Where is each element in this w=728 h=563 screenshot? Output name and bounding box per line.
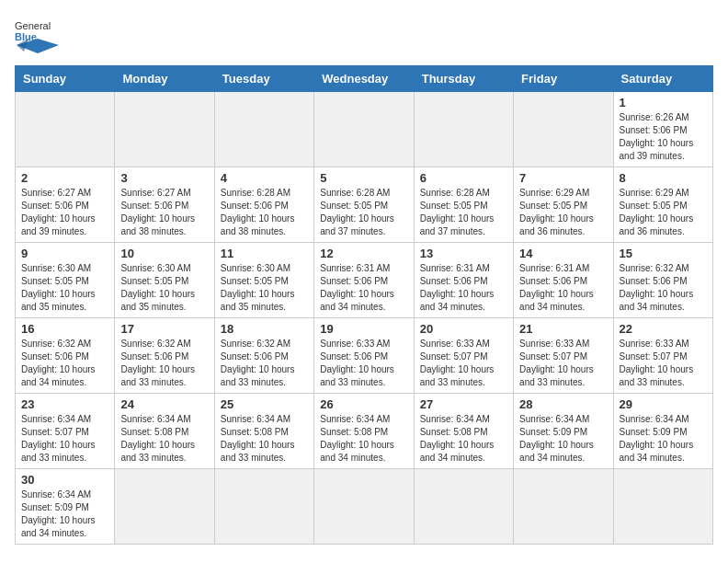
day-info: Sunrise: 6:27 AM Sunset: 5:06 PM Dayligh… bbox=[120, 187, 208, 238]
day-of-week-header: Sunday bbox=[16, 66, 115, 92]
day-info: Sunrise: 6:33 AM Sunset: 5:07 PM Dayligh… bbox=[519, 338, 607, 389]
calendar-cell bbox=[115, 469, 214, 545]
calendar-cell bbox=[514, 92, 613, 167]
day-info: Sunrise: 6:30 AM Sunset: 5:05 PM Dayligh… bbox=[221, 262, 308, 314]
day-number: 16 bbox=[21, 322, 108, 336]
calendar-cell: 18Sunrise: 6:32 AM Sunset: 5:06 PM Dayli… bbox=[214, 318, 313, 394]
day-number: 1 bbox=[620, 96, 707, 109]
day-info: Sunrise: 6:32 AM Sunset: 5:06 PM Dayligh… bbox=[120, 338, 208, 389]
calendar-cell: 4Sunrise: 6:28 AM Sunset: 5:06 PM Daylig… bbox=[214, 167, 313, 243]
calendar-week-row: 9Sunrise: 6:30 AM Sunset: 5:05 PM Daylig… bbox=[16, 243, 713, 318]
day-number: 30 bbox=[21, 473, 108, 487]
day-info: Sunrise: 6:33 AM Sunset: 5:07 PM Dayligh… bbox=[420, 338, 507, 389]
day-info: Sunrise: 6:34 AM Sunset: 5:09 PM Dayligh… bbox=[519, 413, 607, 465]
day-of-week-header: Monday bbox=[115, 66, 214, 92]
day-number: 6 bbox=[420, 171, 507, 185]
calendar-cell: 21Sunrise: 6:33 AM Sunset: 5:07 PM Dayli… bbox=[514, 318, 613, 394]
calendar-cell: 11Sunrise: 6:30 AM Sunset: 5:05 PM Dayli… bbox=[214, 243, 313, 318]
calendar-cell: 3Sunrise: 6:27 AM Sunset: 5:06 PM Daylig… bbox=[115, 167, 214, 243]
day-number: 9 bbox=[21, 247, 108, 260]
calendar-cell: 9Sunrise: 6:30 AM Sunset: 5:05 PM Daylig… bbox=[16, 243, 115, 318]
calendar-cell bbox=[16, 92, 115, 167]
day-of-week-header: Thursday bbox=[414, 66, 513, 92]
calendar-cell: 23Sunrise: 6:34 AM Sunset: 5:07 PM Dayli… bbox=[16, 394, 115, 469]
day-of-week-header: Saturday bbox=[613, 66, 712, 92]
day-info: Sunrise: 6:33 AM Sunset: 5:06 PM Dayligh… bbox=[320, 338, 407, 389]
day-info: Sunrise: 6:34 AM Sunset: 5:09 PM Dayligh… bbox=[21, 488, 108, 540]
calendar-week-row: 2Sunrise: 6:27 AM Sunset: 5:06 PM Daylig… bbox=[16, 167, 713, 243]
calendar-cell: 15Sunrise: 6:32 AM Sunset: 5:06 PM Dayli… bbox=[613, 243, 712, 318]
day-info: Sunrise: 6:32 AM Sunset: 5:06 PM Dayligh… bbox=[620, 262, 707, 314]
day-info: Sunrise: 6:34 AM Sunset: 5:09 PM Dayligh… bbox=[620, 413, 707, 465]
day-of-week-header: Tuesday bbox=[214, 66, 313, 92]
calendar-cell: 12Sunrise: 6:31 AM Sunset: 5:06 PM Dayli… bbox=[314, 243, 414, 318]
day-number: 7 bbox=[519, 171, 607, 185]
calendar-table: SundayMondayTuesdayWednesdayThursdayFrid… bbox=[15, 65, 713, 545]
calendar-cell: 30Sunrise: 6:34 AM Sunset: 5:09 PM Dayli… bbox=[16, 469, 115, 545]
day-info: Sunrise: 6:29 AM Sunset: 5:05 PM Dayligh… bbox=[519, 187, 607, 238]
svg-text:General: General bbox=[15, 20, 51, 31]
general-blue-logo-icon: General Blue bbox=[15, 15, 61, 56]
day-number: 18 bbox=[221, 322, 308, 336]
day-number: 12 bbox=[320, 247, 407, 260]
day-number: 29 bbox=[620, 397, 707, 411]
calendar-cell: 29Sunrise: 6:34 AM Sunset: 5:09 PM Dayli… bbox=[613, 394, 712, 469]
day-info: Sunrise: 6:34 AM Sunset: 5:08 PM Dayligh… bbox=[420, 413, 507, 465]
calendar-cell: 19Sunrise: 6:33 AM Sunset: 5:06 PM Dayli… bbox=[314, 318, 414, 394]
calendar-cell bbox=[214, 469, 313, 545]
day-number: 22 bbox=[620, 322, 707, 336]
day-info: Sunrise: 6:34 AM Sunset: 5:08 PM Dayligh… bbox=[221, 413, 308, 465]
day-info: Sunrise: 6:26 AM Sunset: 5:06 PM Dayligh… bbox=[620, 111, 707, 163]
calendar-cell: 27Sunrise: 6:34 AM Sunset: 5:08 PM Dayli… bbox=[414, 394, 513, 469]
day-info: Sunrise: 6:27 AM Sunset: 5:06 PM Dayligh… bbox=[21, 187, 108, 238]
day-of-week-header: Wednesday bbox=[314, 66, 414, 92]
calendar-cell bbox=[314, 469, 414, 545]
day-info: Sunrise: 6:29 AM Sunset: 5:05 PM Dayligh… bbox=[620, 187, 707, 238]
header: General Blue bbox=[15, 15, 713, 56]
calendar-cell bbox=[613, 469, 712, 545]
logo: General Blue bbox=[15, 15, 61, 56]
day-info: Sunrise: 6:34 AM Sunset: 5:08 PM Dayligh… bbox=[320, 413, 407, 465]
calendar-cell: 2Sunrise: 6:27 AM Sunset: 5:06 PM Daylig… bbox=[16, 167, 115, 243]
day-number: 17 bbox=[120, 322, 208, 336]
day-of-week-header: Friday bbox=[514, 66, 613, 92]
day-info: Sunrise: 6:30 AM Sunset: 5:05 PM Dayligh… bbox=[21, 262, 108, 314]
day-number: 11 bbox=[221, 247, 308, 260]
calendar-week-row: 30Sunrise: 6:34 AM Sunset: 5:09 PM Dayli… bbox=[16, 469, 713, 545]
day-number: 26 bbox=[320, 397, 407, 411]
day-number: 27 bbox=[420, 397, 507, 411]
calendar-cell: 16Sunrise: 6:32 AM Sunset: 5:06 PM Dayli… bbox=[16, 318, 115, 394]
calendar-cell: 22Sunrise: 6:33 AM Sunset: 5:07 PM Dayli… bbox=[613, 318, 712, 394]
day-number: 15 bbox=[620, 247, 707, 260]
calendar-week-row: 16Sunrise: 6:32 AM Sunset: 5:06 PM Dayli… bbox=[16, 318, 713, 394]
day-info: Sunrise: 6:31 AM Sunset: 5:06 PM Dayligh… bbox=[519, 262, 607, 314]
day-number: 23 bbox=[21, 397, 108, 411]
calendar-cell: 26Sunrise: 6:34 AM Sunset: 5:08 PM Dayli… bbox=[314, 394, 414, 469]
day-number: 8 bbox=[620, 171, 707, 185]
calendar-cell bbox=[414, 469, 513, 545]
day-number: 2 bbox=[21, 171, 108, 185]
calendar-cell: 6Sunrise: 6:28 AM Sunset: 5:05 PM Daylig… bbox=[414, 167, 513, 243]
day-info: Sunrise: 6:28 AM Sunset: 5:06 PM Dayligh… bbox=[221, 187, 308, 238]
calendar-cell: 8Sunrise: 6:29 AM Sunset: 5:05 PM Daylig… bbox=[613, 167, 712, 243]
calendar-cell: 5Sunrise: 6:28 AM Sunset: 5:05 PM Daylig… bbox=[314, 167, 414, 243]
calendar-cell: 28Sunrise: 6:34 AM Sunset: 5:09 PM Dayli… bbox=[514, 394, 613, 469]
calendar-cell: 10Sunrise: 6:30 AM Sunset: 5:05 PM Dayli… bbox=[115, 243, 214, 318]
calendar-cell: 7Sunrise: 6:29 AM Sunset: 5:05 PM Daylig… bbox=[514, 167, 613, 243]
day-info: Sunrise: 6:32 AM Sunset: 5:06 PM Dayligh… bbox=[221, 338, 308, 389]
day-number: 3 bbox=[120, 171, 208, 185]
day-number: 21 bbox=[519, 322, 607, 336]
calendar-cell bbox=[314, 92, 414, 167]
day-info: Sunrise: 6:34 AM Sunset: 5:08 PM Dayligh… bbox=[120, 413, 208, 465]
calendar-week-row: 1Sunrise: 6:26 AM Sunset: 5:06 PM Daylig… bbox=[16, 92, 713, 167]
calendar-header-row: SundayMondayTuesdayWednesdayThursdayFrid… bbox=[16, 66, 713, 92]
day-info: Sunrise: 6:31 AM Sunset: 5:06 PM Dayligh… bbox=[420, 262, 507, 314]
calendar-cell: 25Sunrise: 6:34 AM Sunset: 5:08 PM Dayli… bbox=[214, 394, 313, 469]
calendar-cell bbox=[214, 92, 313, 167]
day-number: 14 bbox=[519, 247, 607, 260]
day-info: Sunrise: 6:34 AM Sunset: 5:07 PM Dayligh… bbox=[21, 413, 108, 465]
day-number: 19 bbox=[320, 322, 407, 336]
day-number: 24 bbox=[120, 397, 208, 411]
calendar-cell: 13Sunrise: 6:31 AM Sunset: 5:06 PM Dayli… bbox=[414, 243, 513, 318]
day-number: 20 bbox=[420, 322, 507, 336]
